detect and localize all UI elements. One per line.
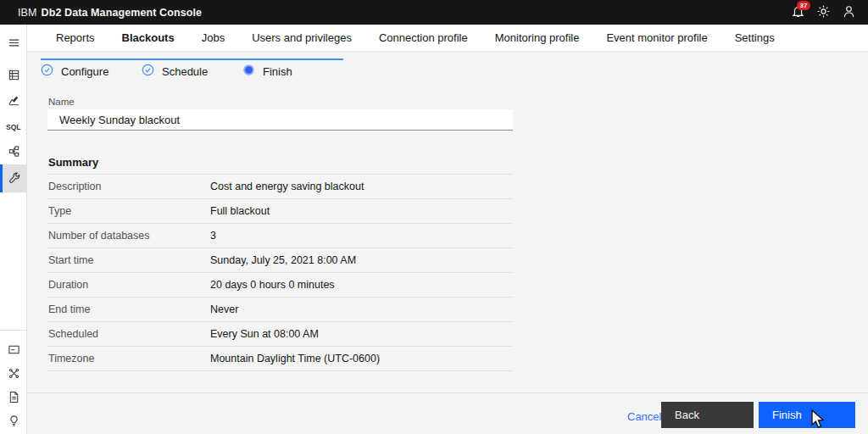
tab-reports[interactable]: Reports [42, 25, 108, 52]
brand-name: Db2 Data Management Console [42, 7, 203, 19]
theme-toggle-sun-icon [816, 4, 831, 21]
brand-prefix: IBM [18, 7, 37, 19]
row-value: Never [210, 303, 238, 315]
monitoring-chart-icon [8, 94, 20, 107]
notification-count-badge: 37 [797, 1, 810, 10]
step-finish[interactable]: Finish [242, 64, 343, 79]
row-value: Every Sun at 08:00 AM [210, 328, 319, 340]
svg-text:SQL: SQL [6, 122, 20, 131]
row-label: Duration [47, 279, 210, 291]
data-tree-icon [8, 145, 20, 158]
summary-title: Summary [47, 151, 513, 175]
main-nav-tabs: Reports Blackouts Jobs Users and privile… [27, 25, 868, 52]
databases-table-icon [8, 69, 20, 81]
summary-row-timezone: Timezone Mountain Daylight Time (UTC-060… [47, 347, 513, 371]
row-label: Description [47, 181, 210, 192]
sidebar-item-databases[interactable] [0, 63, 27, 87]
summary-row-type: Type Full blackout [47, 199, 513, 224]
back-button[interactable]: Back [661, 402, 754, 428]
row-value: 20 days 0 hours 0 minutes [210, 279, 335, 291]
summary-row-description: Description Cost and energy saving black… [47, 175, 513, 199]
tab-monitoring-profile[interactable]: Monitoring profile [481, 25, 593, 52]
step-label: Finish [263, 65, 292, 78]
row-label: Timezone [47, 353, 210, 364]
app-header: IBMDb2 Data Management Console 37 [0, 0, 868, 25]
tab-users-and-privileges[interactable]: Users and privileges [238, 25, 365, 52]
step-configure[interactable]: Configure [41, 64, 142, 79]
document-icon [8, 391, 20, 403]
sidebar-divider [0, 330, 27, 331]
step-complete-check-icon [41, 64, 61, 79]
row-label: Start time [47, 254, 210, 266]
name-field-label: Name [48, 97, 75, 107]
sidebar-menu-button[interactable] [0, 31, 27, 55]
menu-hamburger-icon [8, 36, 20, 49]
step-label: Schedule [162, 65, 208, 78]
app-title: IBMDb2 Data Management Console [18, 7, 202, 19]
row-value: Mountain Daylight Time (UTC-0600) [210, 353, 380, 364]
notifications-button[interactable]: 37 [785, 0, 810, 25]
left-sidebar: SQL [0, 25, 27, 434]
header-actions: 37 [785, 0, 861, 25]
wizard-content: Configure Schedule Finish Name Summary [27, 52, 868, 392]
row-value: Full blackout [210, 205, 270, 217]
step-label: Configure [61, 65, 108, 78]
administration-wrench-icon [8, 172, 21, 185]
tab-blackouts[interactable]: Blackouts [108, 25, 188, 52]
tab-jobs[interactable]: Jobs [188, 25, 238, 52]
progress-indicator-line [41, 58, 343, 60]
sidebar-item-monitoring[interactable] [0, 88, 27, 113]
tab-event-monitor-profile[interactable]: Event monitor profile [593, 25, 721, 52]
connections-network-icon [8, 367, 20, 380]
tab-settings[interactable]: Settings [721, 25, 788, 52]
sidebar-item-documentation[interactable] [0, 385, 27, 409]
summary-row-start-time: Start time Sunday, July 25, 2021 8:00 AM [47, 248, 513, 273]
cancel-button[interactable]: Cancel [627, 410, 661, 423]
summary-row-number-of-databases: Number of databases 3 [47, 224, 513, 248]
progress-steps: Configure Schedule Finish [41, 64, 343, 79]
row-value: Cost and energy saving blackout [210, 181, 364, 192]
summary-row-duration: Duration 20 days 0 hours 0 minutes [47, 273, 513, 298]
step-current-dot-icon [242, 64, 263, 79]
summary-row-scheduled: Scheduled Every Sun at 08:00 AM [47, 322, 513, 347]
sidebar-item-console[interactable] [0, 337, 27, 362]
row-label: Number of databases [47, 230, 210, 242]
sidebar-item-administration[interactable] [0, 164, 27, 192]
wizard-footer: Cancel Back Finish [27, 392, 868, 434]
row-label: End time [47, 303, 210, 315]
sidebar-item-sql-editor[interactable]: SQL [0, 114, 27, 138]
user-profile-button[interactable] [836, 0, 861, 25]
summary-section: Summary Description Cost and energy savi… [47, 151, 513, 371]
sidebar-item-connections[interactable] [0, 361, 27, 386]
step-schedule[interactable]: Schedule [142, 64, 242, 79]
tab-connection-profile[interactable]: Connection profile [365, 25, 481, 52]
summary-row-end-time: End time Never [47, 298, 513, 322]
sidebar-item-ideas[interactable] [0, 409, 27, 433]
user-avatar-icon [842, 4, 856, 21]
sql-editor-icon: SQL [5, 121, 22, 131]
theme-toggle-button[interactable] [810, 0, 836, 25]
row-label: Type [47, 205, 210, 217]
sidebar-item-data-tree[interactable] [0, 139, 27, 164]
row-value: 3 [210, 230, 216, 242]
row-value: Sunday, July 25, 2021 8:00 AM [210, 254, 356, 266]
idea-lightbulb-icon [8, 415, 20, 427]
step-complete-check-icon [142, 64, 162, 79]
name-input[interactable] [47, 109, 513, 131]
row-label: Scheduled [47, 328, 210, 340]
console-window-icon [8, 343, 20, 356]
finish-button[interactable]: Finish [759, 402, 855, 428]
